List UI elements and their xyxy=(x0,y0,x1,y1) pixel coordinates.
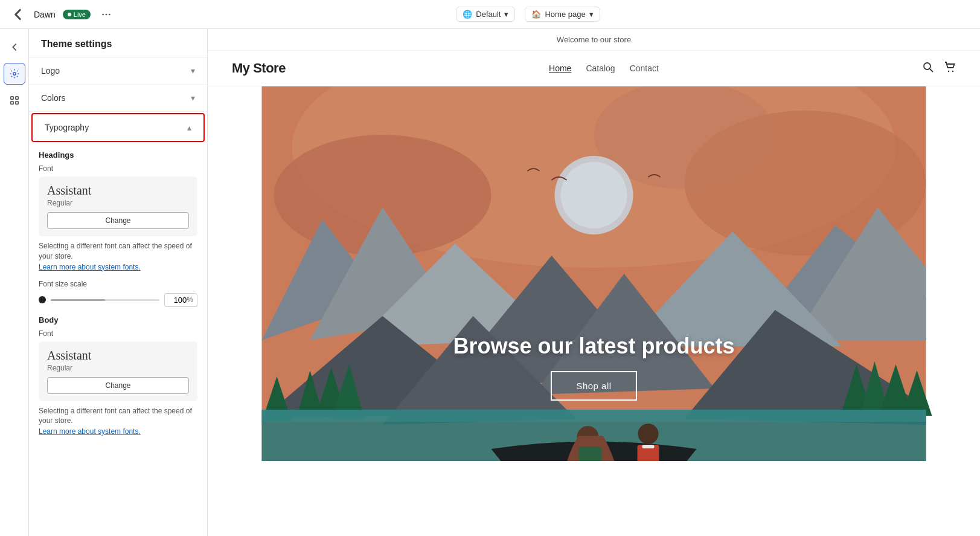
headings-title: Headings xyxy=(39,150,197,160)
svg-rect-6 xyxy=(10,102,13,105)
grid-nav-button[interactable] xyxy=(4,89,25,111)
settings-header: Theme settings xyxy=(29,29,207,57)
body-font-name: Assistant xyxy=(47,349,189,363)
store-announcement: Welcome to our store xyxy=(208,29,980,51)
nav-link-catalog[interactable]: Catalog xyxy=(586,63,615,73)
colors-label: Colors xyxy=(41,93,65,103)
size-input-wrap: % xyxy=(164,293,197,307)
svg-rect-7 xyxy=(15,102,18,105)
store-logo: My Store xyxy=(232,60,286,76)
logo-label: Logo xyxy=(41,66,60,76)
store-nav-links: Home Catalog Contact xyxy=(549,63,659,73)
size-unit: % xyxy=(187,295,193,304)
nav-link-home[interactable]: Home xyxy=(549,63,571,73)
colors-chevron: ▾ xyxy=(191,93,195,103)
svg-rect-4 xyxy=(10,97,13,100)
announcement-text: Welcome to our store xyxy=(557,35,631,44)
svg-point-1 xyxy=(106,13,107,15)
font-size-label: Font size scale xyxy=(39,280,197,288)
settings-nav-button[interactable] xyxy=(4,63,25,85)
logo-chevron: ▾ xyxy=(191,66,195,76)
page-selector[interactable]: 🏠 Home page ▾ xyxy=(525,7,600,22)
svg-point-10 xyxy=(948,70,949,71)
headings-font-label: Font xyxy=(39,164,197,173)
font-size-row: % xyxy=(39,293,197,307)
svg-point-2 xyxy=(109,13,110,15)
topbar-center: 🌐 Default ▾ 🏠 Home page ▾ xyxy=(456,7,600,22)
svg-rect-39 xyxy=(262,410,926,422)
logo-section-item[interactable]: Logo ▾ xyxy=(29,57,207,85)
more-button[interactable] xyxy=(98,6,115,23)
headings-font-card: Assistant Regular Change xyxy=(39,176,197,236)
hero-text-overlay: Browse our latest products Shop all xyxy=(453,334,734,401)
typography-chevron: ▴ xyxy=(187,123,191,132)
page-label: Home page xyxy=(545,10,585,19)
settings-panel: Theme settings Logo ▾ Colors ▾ Typograph… xyxy=(29,29,208,536)
theme-name: Dawn xyxy=(34,10,56,19)
slider-dot xyxy=(39,296,46,303)
svg-rect-44 xyxy=(642,445,655,448)
shop-all-button[interactable]: Shop all xyxy=(551,371,636,401)
topbar: Dawn Live 🌐 Default ▾ 🏠 Home page ▾ xyxy=(0,0,980,29)
locale-chevron: ▾ xyxy=(504,10,508,19)
settings-title: Theme settings xyxy=(41,39,112,49)
typography-content: Headings Font Assistant Regular Change S… xyxy=(29,150,207,448)
svg-line-9 xyxy=(930,69,933,72)
svg-point-11 xyxy=(952,70,953,71)
body-font-style: Regular xyxy=(47,364,189,372)
live-dot xyxy=(68,13,71,16)
back-nav-button[interactable] xyxy=(4,36,25,58)
font-size-section: Font size scale % xyxy=(39,280,197,307)
font-size-input[interactable] xyxy=(168,295,187,305)
svg-point-0 xyxy=(102,13,104,15)
typography-section-item[interactable]: Typography ▴ xyxy=(31,113,205,142)
page-chevron: ▾ xyxy=(589,10,594,19)
search-icon[interactable] xyxy=(922,61,934,76)
svg-point-8 xyxy=(924,63,930,69)
body-font-card: Assistant Regular Change xyxy=(39,341,197,401)
body-font-label: Font xyxy=(39,329,197,338)
hero-section: Browse our latest products Shop all xyxy=(208,86,980,461)
settings-scrollable: Logo ▾ Colors ▾ Typography ▴ Headings Fo… xyxy=(29,57,207,536)
live-label: Live xyxy=(74,11,86,18)
live-badge: Live xyxy=(63,10,91,19)
colors-section-item[interactable]: Colors ▾ xyxy=(29,85,207,112)
locale-selector[interactable]: 🌐 Default ▾ xyxy=(456,7,515,22)
nav-link-contact[interactable]: Contact xyxy=(630,63,659,73)
body-hint-text: Selecting a different font can affect th… xyxy=(39,406,197,427)
headings-change-button[interactable]: Change xyxy=(47,212,189,229)
svg-rect-41 xyxy=(579,447,602,461)
icon-sidebar xyxy=(0,29,29,536)
body-change-button[interactable]: Change xyxy=(47,377,189,394)
body-hint-link[interactable]: Learn more about system fonts. xyxy=(39,427,197,436)
cart-icon[interactable] xyxy=(944,61,956,76)
svg-rect-5 xyxy=(15,97,18,100)
store-nav-icons xyxy=(922,61,956,76)
preview-area: Welcome to our store My Store Home Catal… xyxy=(208,29,980,536)
svg-point-18 xyxy=(561,162,627,228)
headings-hint-text: Selecting a different font can affect th… xyxy=(39,241,197,262)
typography-label: Typography xyxy=(45,123,89,132)
store-nav: My Store Home Catalog Contact xyxy=(208,51,980,86)
body-title: Body xyxy=(39,315,197,325)
headings-font-style: Regular xyxy=(47,199,189,207)
hero-headline: Browse our latest products xyxy=(453,334,734,359)
globe-icon: 🌐 xyxy=(463,10,472,19)
svg-point-42 xyxy=(638,424,659,444)
slider-track[interactable] xyxy=(51,299,159,301)
home-icon: 🏠 xyxy=(531,10,541,19)
main-layout: Theme settings Logo ▾ Colors ▾ Typograph… xyxy=(0,29,980,536)
slider-fill xyxy=(51,299,105,301)
svg-point-3 xyxy=(13,73,16,76)
locale-label: Default xyxy=(476,10,501,19)
headings-hint-link[interactable]: Learn more about system fonts. xyxy=(39,263,197,271)
headings-font-name: Assistant xyxy=(47,184,189,198)
back-button[interactable] xyxy=(10,6,27,23)
topbar-left: Dawn Live xyxy=(10,6,115,23)
